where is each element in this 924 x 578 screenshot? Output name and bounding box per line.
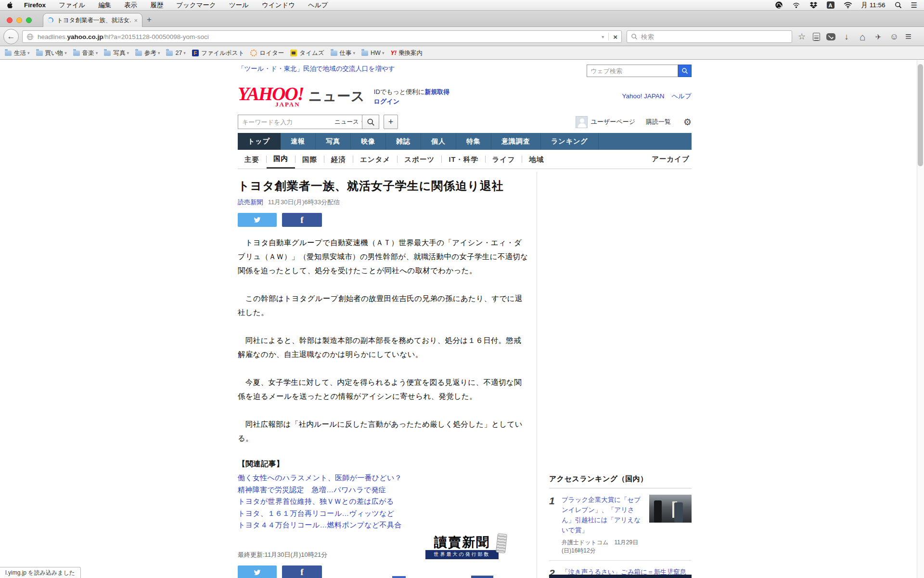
active-tab[interactable]: トヨタ創業者一族、就活女... × (43, 13, 142, 27)
news-search-button[interactable] (362, 115, 379, 129)
menubar-item-view[interactable]: 表示 (124, 1, 137, 10)
window-zoom-button[interactable] (26, 17, 32, 23)
subnav-shuyo[interactable]: 主要 (238, 151, 266, 168)
register-link[interactable]: 新規取得 (424, 88, 449, 95)
subnav-keizai[interactable]: 経済 (324, 151, 353, 168)
keyword-search-box[interactable]: ニュース▾ (238, 115, 362, 129)
share-icon[interactable]: ✈ (873, 33, 883, 40)
menubar-item-tools[interactable]: ツール (229, 1, 249, 10)
yahoo-japan-link[interactable]: Yahoo! JAPAN (622, 92, 664, 100)
bookmark-norikae[interactable]: Y!乗換案内 (390, 49, 423, 57)
menubar-item-edit[interactable]: 編集 (98, 1, 111, 10)
nav-tab-eizo[interactable]: 映像 (351, 133, 386, 150)
yomiuri-logo[interactable]: 讀賣新聞 世界最大の発行部数 (425, 536, 499, 559)
login-link[interactable]: ログイン (374, 98, 399, 105)
bookmark-folder-shigoto[interactable]: 仕事▾ (331, 49, 356, 57)
related-link[interactable]: トヨタ、１６１万台再リコール…ヴィッツなど (238, 508, 528, 520)
nav-tab-sokuho[interactable]: 速報 (281, 133, 316, 150)
subnav-life[interactable]: ライフ (486, 151, 522, 168)
bookmark-filepost[interactable]: Fファイルポスト (192, 49, 244, 57)
menubar-item-help[interactable]: ヘルプ (308, 1, 328, 10)
facebook-share-button[interactable]: f (282, 565, 322, 578)
bookmark-folder-hw[interactable]: HW▾ (361, 50, 384, 56)
facebook-share-button[interactable]: f (282, 213, 322, 227)
nav-tab-ishikichosa[interactable]: 意識調査 (491, 133, 541, 150)
new-tab-button[interactable]: + (147, 15, 152, 25)
related-link[interactable]: 働く女性へのハラスメント、医師が一番ひどい？ (238, 472, 528, 484)
add-search-button[interactable]: + (384, 115, 398, 129)
back-button[interactable]: ← (3, 29, 19, 44)
twitter-share-button[interactable] (238, 213, 277, 227)
related-link[interactable]: トヨタが世界首位維持、独ＶＷとの差は広がる (238, 496, 528, 508)
url-dropdown-icon[interactable]: ▾ (602, 34, 604, 39)
article-source-link[interactable]: 読売新聞 (238, 198, 263, 206)
pocket-icon[interactable] (826, 33, 835, 40)
window-minimize-button[interactable] (16, 17, 22, 23)
window-close-button[interactable] (7, 17, 13, 23)
downloads-icon[interactable]: ↓ (842, 32, 851, 41)
settings-gear-icon[interactable]: ⚙ (683, 117, 692, 128)
menu-hamburger-icon[interactable]: ≡ (905, 30, 911, 43)
subnav-chiiki[interactable]: 地域 (522, 151, 551, 168)
subnav-sports[interactable]: スポーツ (398, 151, 441, 168)
nav-tab-shashin[interactable]: 写真 (316, 133, 351, 150)
promo-link[interactable]: 「ツール・ド・東北」民泊で地域の交流人口を増やす (238, 65, 395, 73)
reading-list-icon[interactable] (813, 33, 820, 41)
apple-menu-icon[interactable] (7, 1, 13, 9)
site-globe-icon[interactable] (26, 33, 34, 40)
dropbox-icon[interactable] (809, 1, 818, 9)
bookmark-times[interactable]: タイムズ (290, 49, 324, 57)
browser-search-bar[interactable] (627, 30, 792, 43)
nav-tab-tokushu[interactable]: 特集 (456, 133, 491, 150)
menubar-item-file[interactable]: ファイル (59, 1, 85, 10)
nav-tab-top[interactable]: トップ (238, 133, 281, 150)
subscriptions-link[interactable]: 購読一覧 (646, 118, 671, 126)
input-source-icon[interactable]: A (827, 1, 834, 9)
ranking-link[interactable]: ブラック企業大賞に「セブンイレブン」、「アリさん」引越社には「アリえないで賞」 (562, 496, 641, 534)
search-input[interactable] (641, 33, 766, 40)
bookmark-folder-kaimono[interactable]: 買い物▾ (36, 49, 67, 57)
scrollbar-track[interactable] (917, 60, 924, 578)
related-link[interactable]: トヨタ４４万台リコール…燃料ポンプなど不具合 (238, 519, 528, 531)
web-search-button[interactable] (678, 65, 692, 77)
web-search-input[interactable] (587, 65, 678, 77)
nav-tab-zasshi[interactable]: 雑誌 (386, 133, 421, 150)
url-bar[interactable]: headlines.yahoo.co.jp/hl?a=20151128-0005… (22, 30, 622, 43)
twitter-share-button[interactable] (238, 565, 277, 578)
spotlight-icon[interactable] (895, 1, 902, 9)
keyword-input[interactable] (238, 118, 331, 126)
subnav-entame[interactable]: エンタメ (353, 151, 397, 168)
related-link[interactable]: 精神障害で労災認定 急増…パワハラで発症 (238, 484, 528, 496)
user-avatar-icon[interactable] (576, 116, 588, 128)
nav-tab-kojin[interactable]: 個人 (421, 133, 456, 150)
subnav-kokunai[interactable]: 国内 (267, 150, 295, 169)
bookmark-folder-ongaku[interactable]: 音楽▾ (73, 49, 98, 57)
bookmark-folder-shashin[interactable]: 写真▾ (104, 49, 129, 57)
scrollbar-thumb[interactable] (918, 64, 923, 166)
ranking-thumbnail-image[interactable] (649, 495, 692, 523)
archive-link[interactable]: アーカイブ (652, 155, 690, 164)
menubar-item-history[interactable]: 履歴 (150, 1, 163, 10)
menubar-item-firefox[interactable]: Firefox (24, 1, 46, 9)
bookmark-star-icon[interactable]: ☆ (797, 32, 807, 41)
tab-close-icon[interactable]: × (134, 17, 138, 24)
help-link[interactable]: ヘルプ (672, 92, 692, 100)
wifi-icon[interactable] (844, 1, 852, 9)
subnav-it-kagaku[interactable]: IT・科学 (442, 151, 485, 168)
bookmark-folder-sanko[interactable]: 参考▾ (135, 49, 160, 57)
creative-cloud-icon[interactable] (775, 1, 783, 9)
nav-tab-ranking[interactable]: ランキング (541, 133, 599, 150)
feedback-smiley-icon[interactable]: ☺ (889, 32, 899, 41)
subnav-kokusai[interactable]: 国際 (295, 151, 324, 168)
home-icon[interactable]: ⌂ (858, 32, 867, 42)
bookmark-folder-seikatsu[interactable]: 生活▾ (5, 49, 30, 57)
user-page-link[interactable]: ユーザーページ (591, 118, 635, 126)
menubar-item-window[interactable]: ウインドウ (262, 1, 295, 10)
yahoo-news-logo[interactable]: YAHOO! JAPAN (238, 84, 304, 108)
bookmark-reuters[interactable]: ロイター (250, 49, 284, 57)
bookmark-folder-27[interactable]: 27▾ (166, 50, 185, 56)
menubar-clock[interactable]: 月 11:56 (861, 1, 886, 10)
menubar-item-bookmarks[interactable]: ブックマーク (176, 1, 216, 10)
stop-loading-button[interactable]: × (613, 33, 617, 41)
hotspot-icon[interactable] (792, 1, 800, 9)
